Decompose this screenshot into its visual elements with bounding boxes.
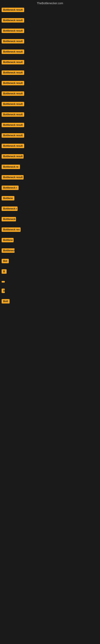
list-item[interactable]: Bottleneck r bbox=[1, 206, 99, 212]
bottleneck-badge: Bottleneck result bbox=[1, 39, 24, 44]
list-item[interactable] bbox=[1, 314, 99, 316]
list-item[interactable]: Bottleneck result bbox=[1, 49, 99, 56]
bottleneck-badge: Bottleneck result bbox=[1, 154, 24, 158]
bottleneck-badge: Bottleneck result bbox=[1, 60, 24, 64]
list-item[interactable] bbox=[1, 330, 99, 331]
bottleneck-badge: Bottleneck result bbox=[1, 91, 24, 96]
list-item[interactable]: Bottlene bbox=[1, 237, 99, 244]
list-item[interactable] bbox=[1, 279, 99, 284]
bottleneck-badge: Bottleneck result bbox=[1, 28, 24, 33]
bottleneck-badge: Bottlene bbox=[1, 196, 14, 200]
bottleneck-badge: Bottlene bbox=[1, 238, 14, 242]
bottleneck-badge: Bottleneck result bbox=[1, 102, 24, 106]
list-item[interactable] bbox=[1, 309, 99, 310]
bottleneck-badge bbox=[1, 281, 5, 282]
bottleneck-badge: Bottleneck bbox=[1, 248, 15, 253]
bottleneck-badge: Bottleneck re bbox=[1, 164, 20, 169]
bottleneck-badge: Bottleneck result bbox=[1, 123, 24, 127]
list-item[interactable]: Bottleneck result bbox=[1, 17, 99, 24]
bottleneck-badge: Bottleneck r bbox=[1, 186, 19, 190]
bottleneck-badge: Bottleneck bbox=[1, 217, 16, 222]
list-item[interactable]: Bottlene bbox=[1, 195, 99, 202]
list-item[interactable] bbox=[1, 319, 99, 321]
list-item[interactable]: Bottleneck result bbox=[1, 90, 99, 98]
bottleneck-badge: Bottleneck res bbox=[1, 228, 21, 232]
list-item[interactable]: Bottleneck result bbox=[1, 132, 99, 139]
list-item[interactable]: Bottleneck result bbox=[1, 122, 99, 129]
bottleneck-badge: B bbox=[1, 269, 7, 274]
list-item[interactable]: Bottleneck result bbox=[1, 112, 99, 118]
list-item[interactable]: Bottleneck result bbox=[1, 7, 99, 14]
bottleneck-badge: B bbox=[1, 288, 5, 293]
bottleneck-badge: Bottleneck r bbox=[1, 206, 18, 211]
bottleneck-badge: Bottleneck result bbox=[1, 50, 24, 54]
list-item[interactable]: Bottleneck bbox=[1, 248, 99, 254]
items-container: Bottleneck resultBottleneck resultBottle… bbox=[0, 6, 100, 336]
list-item[interactable]: Bottleneck result bbox=[1, 59, 99, 66]
site-title: TheBottlenecker.com bbox=[37, 2, 63, 5]
list-item[interactable] bbox=[1, 324, 99, 326]
list-item[interactable]: Bottleneck r bbox=[1, 185, 99, 192]
list-item[interactable]: Bottleneck result bbox=[1, 153, 99, 160]
list-item[interactable]: Bottleneck result bbox=[1, 143, 99, 150]
list-item[interactable]: Bottleneck result bbox=[1, 70, 99, 76]
bottleneck-badge: Bottleneck result bbox=[1, 18, 24, 22]
list-item[interactable]: Bottleneck result bbox=[1, 38, 99, 45]
bottleneck-badge: Bottleneck result bbox=[1, 112, 24, 117]
list-item[interactable]: B bbox=[1, 288, 99, 295]
bottleneck-badge: Bottleneck result bbox=[1, 70, 24, 75]
bottleneck-badge: Bottleneck result bbox=[1, 175, 24, 180]
list-item[interactable]: Bottleneck result bbox=[1, 101, 99, 108]
list-item[interactable]: B bbox=[1, 268, 99, 275]
bottleneck-badge: Bottleneck result bbox=[1, 81, 24, 85]
list-item[interactable]: Bott bbox=[1, 298, 99, 305]
bottleneck-badge: Bottleneck result bbox=[1, 133, 24, 138]
bottleneck-badge: Bott bbox=[1, 299, 10, 304]
site-header: TheBottlenecker.com bbox=[0, 0, 100, 6]
list-item[interactable]: Bot bbox=[1, 258, 99, 265]
list-item[interactable]: Bottleneck result bbox=[1, 80, 99, 87]
list-item[interactable]: Bottleneck result bbox=[1, 28, 99, 34]
bottleneck-badge: Bottleneck result bbox=[1, 144, 24, 148]
list-item[interactable]: Bottleneck re bbox=[1, 164, 99, 171]
list-item[interactable]: Bottleneck result bbox=[1, 174, 99, 181]
list-item[interactable]: Bottleneck bbox=[1, 216, 99, 223]
bottleneck-badge: Bot bbox=[1, 259, 9, 263]
list-item[interactable]: Bottleneck res bbox=[1, 226, 99, 234]
bottleneck-badge: Bottleneck result bbox=[1, 8, 24, 12]
